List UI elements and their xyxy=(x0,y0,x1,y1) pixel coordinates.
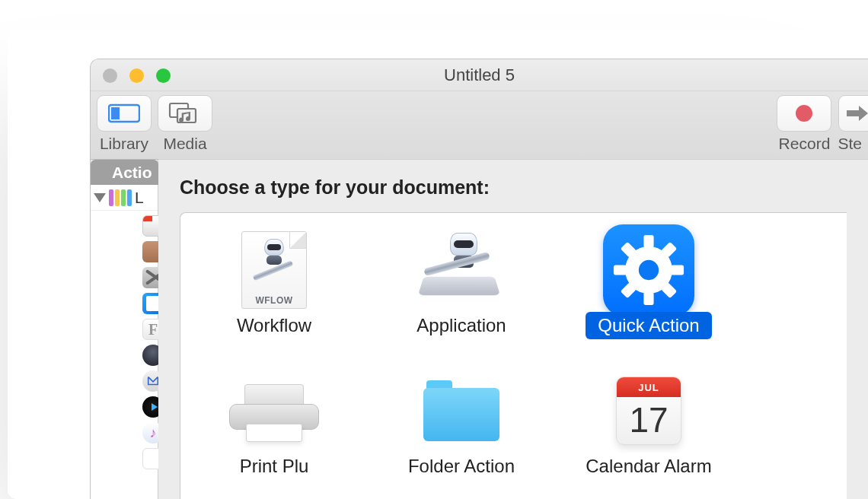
application-icon xyxy=(416,228,507,312)
template-folder-action[interactable]: Folder Action xyxy=(368,363,555,499)
step-label: Ste xyxy=(838,135,862,153)
workflow-icon: WFLOW xyxy=(228,228,320,312)
svg-rect-5 xyxy=(643,235,653,248)
template-chooser-sheet: Choose a type for your document: WFLOW W… xyxy=(158,160,868,499)
record-toolbar-item: Record xyxy=(777,95,831,153)
library-row-label: L xyxy=(135,189,144,207)
svg-point-7 xyxy=(639,260,659,280)
actions-tab[interactable]: Actio xyxy=(91,160,158,185)
media-label: Media xyxy=(163,135,206,153)
record-icon xyxy=(794,103,814,123)
titlebar: Untitled 5 xyxy=(91,59,868,91)
automator-window: Untitled 5 Library Media xyxy=(90,59,868,499)
media-button[interactable] xyxy=(158,95,212,132)
zoom-window-button[interactable] xyxy=(156,68,171,83)
disclosure-triangle-icon[interactable] xyxy=(94,193,106,202)
template-calendar-alarm[interactable]: JUL 17 Calendar Alarm xyxy=(555,363,742,499)
window-title: Untitled 5 xyxy=(444,65,515,85)
library-label: Library xyxy=(100,135,148,153)
library-app-list: F ♪ xyxy=(91,211,158,474)
media-toolbar-item: Media xyxy=(158,95,212,153)
template-quick-action[interactable]: Quick Action xyxy=(555,222,742,363)
window-traffic-lights xyxy=(103,68,171,83)
library-icon xyxy=(108,103,140,124)
quick-action-icon xyxy=(603,228,694,312)
library-colors-icon xyxy=(109,189,132,206)
svg-rect-1 xyxy=(111,107,120,119)
sheet-heading: Choose a type for your document: xyxy=(180,176,847,199)
template-label: Quick Action xyxy=(586,312,711,339)
library-toolbar-item: Library xyxy=(97,95,152,153)
template-application[interactable]: Application xyxy=(368,222,555,363)
template-grid: WFLOW Workflow Application xyxy=(180,212,847,499)
template-label: Calendar Alarm xyxy=(573,453,723,480)
template-print-plugin[interactable]: Print Plu xyxy=(180,363,368,499)
step-arrow-icon xyxy=(845,105,868,122)
record-label: Record xyxy=(779,135,831,153)
printer-icon xyxy=(228,369,320,453)
close-window-button[interactable] xyxy=(103,68,117,83)
step-button[interactable] xyxy=(838,95,868,132)
toolbar: Library Media Record xyxy=(91,91,868,160)
sidebar: Actio L F ♪ xyxy=(91,160,158,499)
step-toolbar-item: Ste xyxy=(838,95,862,153)
template-label: Folder Action xyxy=(396,453,527,480)
template-label: Application xyxy=(404,312,518,339)
calendar-icon: JUL 17 xyxy=(603,369,694,453)
sidebar-tabs: Actio xyxy=(91,160,158,185)
folder-icon xyxy=(416,369,507,453)
svg-point-4 xyxy=(796,105,812,122)
template-label: Print Plu xyxy=(228,453,321,480)
library-group-row[interactable]: L xyxy=(91,185,158,211)
library-button[interactable] xyxy=(97,95,152,132)
minimize-window-button[interactable] xyxy=(129,68,144,83)
record-button[interactable] xyxy=(777,95,831,132)
media-icon xyxy=(168,102,202,125)
template-workflow[interactable]: WFLOW Workflow xyxy=(180,222,368,363)
template-label: Workflow xyxy=(225,312,324,339)
